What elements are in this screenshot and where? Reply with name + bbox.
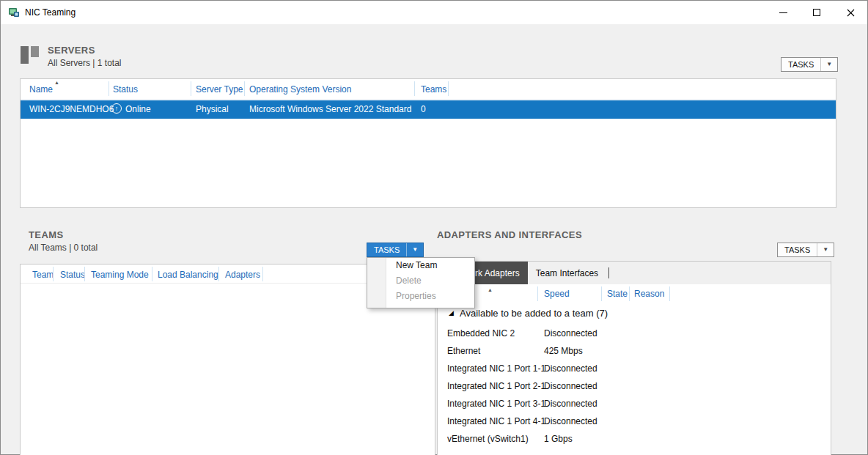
tab-team-interfaces[interactable]: Team Interfaces [528, 262, 606, 284]
col-os-version[interactable]: Operating System Version [249, 84, 351, 95]
col-team[interactable]: Team [32, 270, 54, 280]
server-name: WIN-2CJ9NEMDHO6 [29, 104, 114, 114]
app-icon [8, 7, 20, 18]
adapter-row[interactable]: Ethernet 425 Mbps [438, 342, 831, 360]
adapters-tasks-button[interactable]: TASKS ▼ [777, 243, 834, 257]
servers-heading: SERVERS [48, 45, 122, 56]
servers-table: Name ▲ Status Server Type Operating Syst… [20, 78, 836, 208]
servers-tasks-button[interactable]: TASKS ▼ [781, 57, 838, 72]
window-title: NIC Teaming [25, 7, 76, 18]
col-reason[interactable]: Reason [634, 289, 664, 299]
col-server-type[interactable]: Server Type [196, 84, 243, 95]
adapter-row[interactable]: Integrated NIC 1 Port 4-1 Disconnected [438, 413, 831, 430]
server-teams-count: 0 [421, 104, 426, 114]
nic-teaming-window: NIC Teaming SERVERS All Servers | 1 tota… [0, 0, 868, 455]
adapters-tabstrip: Network Adapters Team Interfaces [438, 262, 831, 284]
menu-item-delete[interactable]: Delete [367, 273, 474, 289]
sort-asc-icon: ▲ [488, 287, 493, 292]
col-status[interactable]: Status [60, 270, 85, 280]
servers-icon [20, 45, 42, 65]
chevron-down-icon: ▼ [820, 58, 837, 71]
adapter-row[interactable]: Integrated NIC 1 Port 1-1 Disconnected [438, 360, 831, 377]
menu-item-properties[interactable]: Properties [367, 289, 474, 304]
server-status: Online [125, 104, 151, 114]
online-up-arrow-icon: ↑ [111, 103, 122, 114]
server-type: Physical [196, 104, 229, 114]
close-icon [847, 9, 855, 17]
minimize-icon [779, 12, 787, 13]
minimize-button[interactable] [766, 1, 800, 24]
server-os-version: Microsoft Windows Server 2022 Standard [249, 104, 411, 114]
adapter-group-row[interactable]: ◢ Available to be added to a team (7) [438, 303, 831, 325]
col-name[interactable]: Name [29, 84, 53, 95]
col-speed[interactable]: Speed [544, 289, 570, 299]
window-controls [766, 1, 867, 24]
adapter-row[interactable]: Embedded NIC 2 Disconnected [438, 325, 831, 342]
group-expanded-icon: ◢ [449, 309, 454, 317]
adapters-panel: Network Adapters Team Interfaces ▲ Speed… [437, 261, 831, 455]
teams-subtitle: All Teams | 0 total [29, 243, 98, 253]
server-row[interactable]: WIN-2CJ9NEMDHO6 ↑ Online Physical Micros… [21, 100, 836, 119]
servers-subtitle: All Servers | 1 total [48, 58, 122, 68]
col-teaming-mode[interactable]: Teaming Mode [91, 270, 149, 280]
chevron-down-icon: ▼ [406, 243, 423, 256]
adapter-row[interactable]: vEthernet (vSwitch1) 1 Gbps [438, 430, 831, 448]
group-label: Available to be added to a team (7) [460, 308, 608, 319]
maximize-icon [813, 9, 820, 16]
titlebar: NIC Teaming [1, 1, 867, 24]
col-teams[interactable]: Teams [421, 84, 446, 95]
menu-item-new-team[interactable]: New Team [367, 258, 474, 273]
maximize-button[interactable] [800, 1, 834, 24]
teams-header: TEAMS All Teams | 0 total [29, 229, 98, 253]
adapter-row[interactable]: Integrated NIC 1 Port 3-1 Disconnected [438, 395, 831, 413]
col-load-balancing[interactable]: Load Balancing [158, 270, 218, 280]
teams-tasks-menu: New Team Delete Properties [367, 257, 475, 308]
sort-asc-icon: ▲ [54, 80, 59, 85]
col-state[interactable]: State [607, 289, 628, 299]
tab-divider [608, 267, 609, 278]
adapter-row[interactable]: Integrated NIC 1 Port 2-1 Disconnected [438, 377, 831, 395]
close-button[interactable] [834, 1, 867, 24]
adapters-table-header: ▲ Speed State Reason [438, 284, 831, 303]
adapters-heading: ADAPTERS AND INTERFACES [437, 229, 582, 240]
teams-heading: TEAMS [29, 229, 98, 240]
servers-table-header: Name ▲ Status Server Type Operating Syst… [21, 79, 836, 100]
servers-header: SERVERS All Servers | 1 total [20, 45, 122, 68]
teams-tasks-button[interactable]: TASKS ▼ [367, 243, 424, 257]
chevron-down-icon: ▼ [817, 243, 834, 256]
col-status[interactable]: Status [113, 84, 138, 95]
col-adapters[interactable]: Adapters [225, 270, 260, 280]
adapters-header: ADAPTERS AND INTERFACES [437, 229, 582, 240]
